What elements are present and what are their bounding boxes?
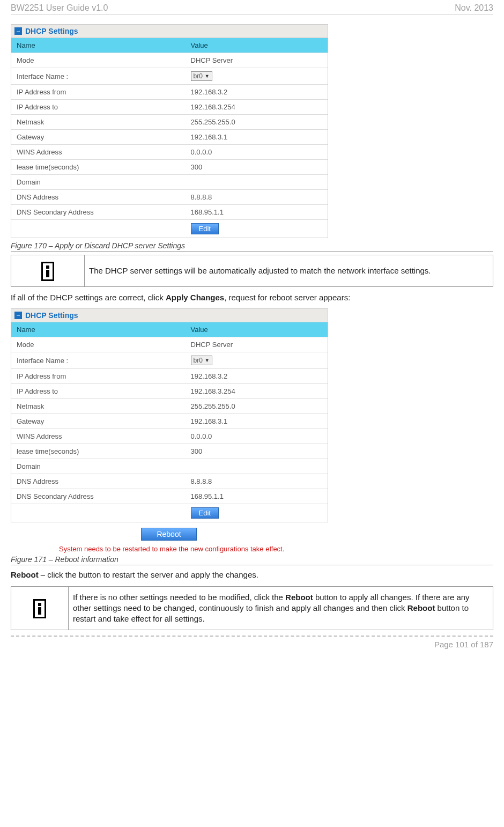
dhcp-table-2: Name Value ModeDHCP Server Interface Nam… <box>11 322 328 522</box>
table-row: Domain <box>11 459 328 474</box>
edit-button[interactable]: Edit <box>191 223 219 234</box>
col-value: Value <box>186 38 328 53</box>
body-text-1: If all of the DHCP settings are correct,… <box>11 292 493 303</box>
info-note-1: The DHCP server settings will be automat… <box>11 255 493 287</box>
table-row: Netmask255.255.255.0 <box>11 399 328 414</box>
info-icon <box>41 262 54 281</box>
dhcp-settings-panel-2: DHCP Settings Name Value ModeDHCP Server… <box>11 308 328 522</box>
body-text-2: Reboot – click the button to restart the… <box>11 570 493 580</box>
header-right: Nov. 2013 <box>455 3 493 13</box>
reboot-area: Reboot <box>11 528 327 541</box>
table-row: ModeDHCP Server <box>11 337 328 352</box>
table-row: WINS Address0.0.0.0 <box>11 429 328 444</box>
chevron-down-icon: ▼ <box>205 73 210 79</box>
table-row: Gateway192.168.3.1 <box>11 414 328 429</box>
page-footer: Page 101 of 187 <box>11 636 493 654</box>
panel-header: DHCP Settings <box>11 25 328 38</box>
reboot-button[interactable]: Reboot <box>141 528 196 541</box>
table-row: DNS Secondary Address168.95.1.1 <box>11 205 328 220</box>
page-header: BW2251 User Guide v1.0 Nov. 2013 <box>11 0 493 14</box>
header-left: BW2251 User Guide v1.0 <box>11 3 108 13</box>
panel-header: DHCP Settings <box>11 309 328 322</box>
note-text: The DHCP server settings will be automat… <box>85 255 493 287</box>
panel-title: DHCP Settings <box>25 27 78 35</box>
chevron-down-icon: ▼ <box>205 358 210 363</box>
table-row: lease time(seconds)300 <box>11 444 328 459</box>
table-row: Interface Name :br0▼ <box>11 352 328 369</box>
reboot-message: System needs to be restarted to make the… <box>11 545 424 553</box>
table-row: ModeDHCP Server <box>11 53 328 68</box>
table-row: Edit <box>11 504 328 522</box>
panel-title: DHCP Settings <box>25 311 78 320</box>
col-name: Name <box>11 38 186 53</box>
dhcp-settings-panel-1: DHCP Settings Name Value ModeDHCP Server… <box>11 24 328 238</box>
table-row: IP Address from192.168.3.2 <box>11 85 328 100</box>
info-icon <box>33 599 46 618</box>
table-row: Interface Name :br0▼ <box>11 68 328 85</box>
table-row: lease time(seconds)300 <box>11 160 328 175</box>
interface-select[interactable]: br0▼ <box>191 71 212 81</box>
figure-caption-171: Figure 171 – Reboot information <box>11 555 493 565</box>
col-value: Value <box>186 322 328 337</box>
arrow-right-icon <box>14 312 22 319</box>
table-row: DNS Address8.8.8.8 <box>11 190 328 205</box>
info-note-2: If there is no other settings needed to … <box>11 586 493 631</box>
table-row: IP Address to192.168.3.254 <box>11 100 328 115</box>
table-row: DNS Secondary Address168.95.1.1 <box>11 489 328 504</box>
table-row: Edit <box>11 220 328 238</box>
table-row: IP Address from192.168.3.2 <box>11 369 328 384</box>
edit-button[interactable]: Edit <box>191 507 219 519</box>
table-row: Netmask255.255.255.0 <box>11 115 328 130</box>
interface-select[interactable]: br0▼ <box>191 356 212 365</box>
table-row: DNS Address8.8.8.8 <box>11 474 328 489</box>
dhcp-table-1: Name Value ModeDHCP Server Interface Nam… <box>11 38 328 238</box>
col-name: Name <box>11 322 186 337</box>
table-row: Gateway192.168.3.1 <box>11 130 328 145</box>
arrow-right-icon <box>14 27 22 35</box>
note-text: If there is no other settings needed to … <box>69 586 493 630</box>
table-row: IP Address to192.168.3.254 <box>11 384 328 399</box>
table-row: WINS Address0.0.0.0 <box>11 145 328 160</box>
table-row: Domain <box>11 175 328 190</box>
figure-caption-170: Figure 170 – Apply or Discard DHCP serve… <box>11 241 493 252</box>
